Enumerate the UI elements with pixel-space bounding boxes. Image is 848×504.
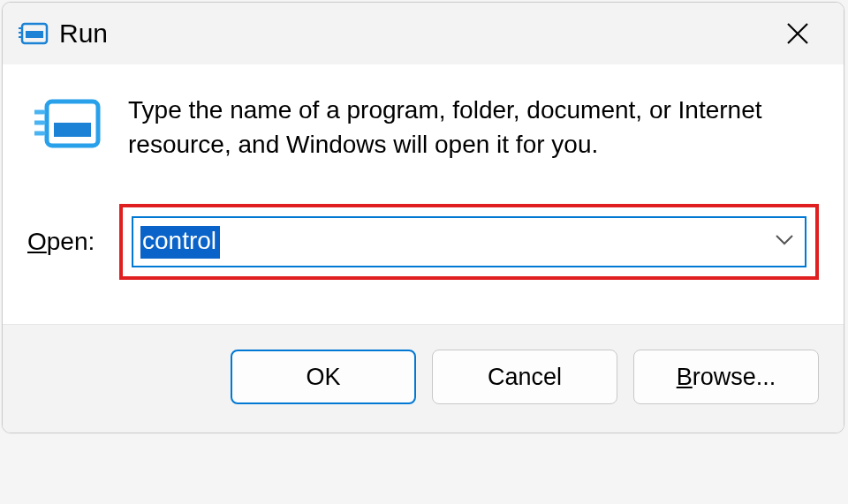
svg-rect-8 [54,123,91,137]
run-icon-large [34,96,103,156]
open-input-value[interactable]: control [140,226,220,259]
open-combobox[interactable]: control [132,216,806,267]
button-bar: OK Cancel Browse... [3,324,844,433]
window-title: Run [59,19,108,49]
open-label: Open: [27,228,112,256]
titlebar-left: Run [19,19,108,49]
cancel-button[interactable]: Cancel [432,350,617,404]
run-dialog-window: Run Type the name of [2,2,844,433]
close-button[interactable] [776,12,819,55]
open-row: Open: control [27,204,819,280]
annotation-highlight: control [119,204,819,280]
close-icon [786,22,809,45]
titlebar: Run [3,3,844,64]
browse-button[interactable]: Browse... [633,350,819,404]
chevron-down-icon[interactable] [775,234,794,250]
ok-button-label: OK [306,364,340,391]
cancel-button-label: Cancel [488,364,562,391]
dialog-body: Type the name of a program, folder, docu… [3,64,844,324]
browse-button-label: Browse... [677,364,776,391]
run-icon-small [19,22,49,45]
ok-button[interactable]: OK [231,350,416,404]
svg-rect-1 [26,31,43,38]
description-text: Type the name of a program, folder, docu… [128,93,801,162]
description-row: Type the name of a program, folder, docu… [27,93,819,162]
